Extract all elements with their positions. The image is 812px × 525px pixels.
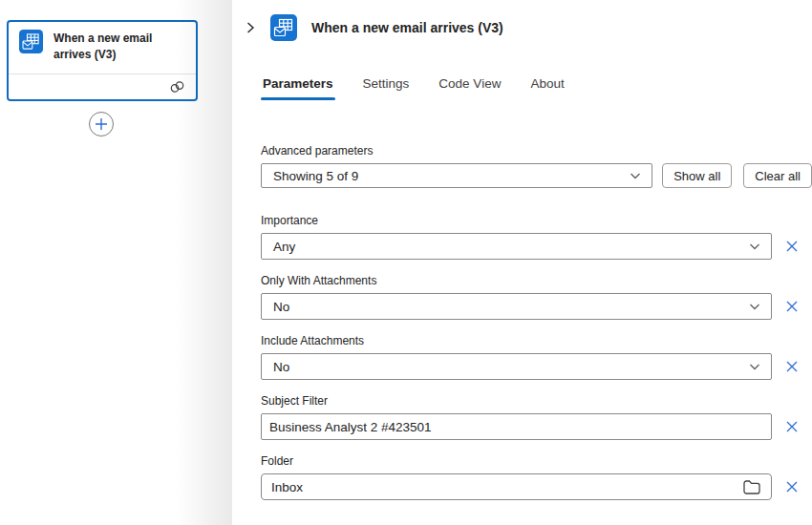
trigger-card[interactable]: When a new email arrives (V3) — [7, 20, 198, 101]
dismiss-x-icon — [784, 479, 800, 494]
only-with-attachments-dropdown[interactable]: No — [261, 293, 772, 320]
chevron-right-icon — [244, 21, 257, 34]
clear-include-attachments-button[interactable] — [781, 356, 802, 377]
folder-picker-button[interactable] — [742, 479, 761, 495]
add-step-button[interactable] — [89, 112, 114, 136]
show-all-button[interactable]: Show all — [662, 163, 732, 188]
include-attachments-label: Include Attachments — [261, 334, 812, 347]
trigger-card-main: When a new email arrives (V3) — [9, 22, 196, 74]
collapse-panel-button[interactable] — [240, 17, 261, 38]
only-with-attachments-label: Only With Attachments — [261, 274, 812, 287]
tab-parameters[interactable]: Parameters — [261, 76, 335, 100]
importance-dropdown[interactable]: Any — [261, 233, 772, 260]
dismiss-x-icon — [784, 239, 800, 254]
folder-icon — [742, 479, 761, 495]
folder-input[interactable]: Inbox — [261, 473, 772, 500]
tab-list: Parameters Settings Code View About — [261, 76, 812, 100]
tab-code-view[interactable]: Code View — [437, 76, 502, 100]
tab-about[interactable]: About — [528, 76, 566, 100]
field-subject-filter: Subject Filter — [261, 394, 812, 440]
folder-label: Folder — [261, 454, 812, 468]
clear-subject-filter-button[interactable] — [781, 416, 802, 437]
panel-title: When a new email arrives (V3) — [311, 20, 503, 35]
dismiss-x-icon — [784, 299, 800, 314]
panel-header: When a new email arrives (V3) — [232, 0, 812, 41]
include-attachments-value: No — [273, 360, 748, 374]
only-with-attachments-value: No — [273, 300, 748, 314]
trigger-card-footer — [9, 74, 196, 99]
clear-all-button[interactable]: Clear all — [743, 163, 812, 188]
chevron-down-icon — [748, 300, 761, 313]
chevron-down-icon — [748, 240, 761, 253]
importance-value: Any — [273, 240, 748, 254]
advanced-parameters-row: Advanced parameters Showing 5 of 9 Show … — [261, 144, 812, 188]
trigger-details-panel: When a new email arrives (V3) Parameters… — [232, 0, 812, 525]
dismiss-x-icon — [784, 359, 800, 374]
tab-settings[interactable]: Settings — [361, 76, 412, 100]
clear-folder-button[interactable] — [781, 476, 802, 497]
include-attachments-dropdown[interactable]: No — [261, 353, 772, 380]
chevron-down-icon — [629, 169, 642, 182]
outlook-icon — [19, 30, 43, 53]
dismiss-x-icon — [784, 419, 800, 434]
subject-filter-input[interactable] — [261, 413, 772, 440]
field-folder: Folder Inbox — [261, 454, 812, 500]
clear-importance-button[interactable] — [781, 236, 802, 257]
advanced-parameters-value: Showing 5 of 9 — [273, 169, 629, 183]
field-importance: Importance Any — [261, 214, 812, 260]
subject-filter-label: Subject Filter — [261, 394, 812, 408]
plus-icon — [95, 117, 108, 131]
parameters-form: Advanced parameters Showing 5 of 9 Show … — [261, 144, 812, 500]
flow-canvas: When a new email arrives (V3) — [0, 0, 232, 525]
trigger-card-title: When a new email arrives (V3) — [53, 30, 186, 63]
field-include-attachments: Include Attachments No — [261, 334, 812, 380]
connection-icon — [169, 80, 185, 94]
folder-value: Inbox — [271, 480, 742, 494]
importance-label: Importance — [261, 214, 812, 227]
advanced-parameters-label: Advanced parameters — [261, 144, 812, 158]
outlook-icon — [270, 14, 297, 41]
chevron-down-icon — [748, 360, 761, 373]
field-only-with-attachments: Only With Attachments No — [261, 274, 812, 320]
advanced-parameters-dropdown[interactable]: Showing 5 of 9 — [261, 163, 652, 188]
clear-only-with-attachments-button[interactable] — [781, 296, 802, 317]
